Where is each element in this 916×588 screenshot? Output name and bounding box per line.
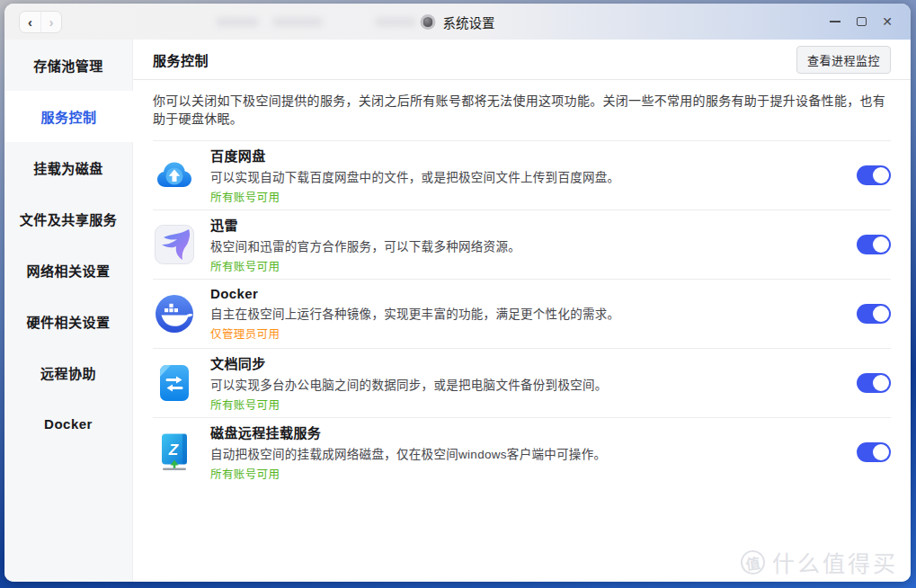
service-name: 文档同步 (210, 353, 857, 372)
service-availability-badge: 所有账号可用 (210, 188, 857, 205)
svg-text:Z: Z (168, 441, 179, 459)
settings-window: ‹ › 系统设置 ✕ 存储池管理 服务控制 挂载为磁盘 文件及共享服务 网络相关… (4, 4, 911, 582)
service-availability-badge: 所有账号可用 (210, 396, 857, 413)
service-list: 百度网盘 可以实现自动下载百度网盘中的文件，或是把极空间文件上传到百度网盘。 所… (153, 140, 891, 486)
forward-button[interactable]: › (40, 12, 61, 32)
disk-mount-icon: Z (153, 431, 196, 474)
service-info: 百度网盘 可以实现自动下载百度网盘中的文件，或是把极空间文件上传到百度网盘。 所… (210, 146, 857, 205)
toggle-knob (873, 236, 889, 253)
service-control-description: 你可以关闭如下极空间提供的服务，关闭之后所有账号都将无法使用这项功能。关闭一些不… (133, 80, 911, 140)
back-icon: ‹ (28, 14, 32, 30)
sidebar-item-docker[interactable]: Docker (4, 398, 132, 450)
service-toggle-baidu-netdisk[interactable] (857, 165, 891, 185)
sidebar-item-service-control[interactable]: 服务控制 (4, 91, 133, 142)
settings-sidebar: 存储池管理 服务控制 挂载为磁盘 文件及共享服务 网络相关设置 硬件相关设置 远… (4, 40, 133, 582)
service-description: 可以实现多台办公电脑之间的数据同步，或是把电脑文件备份到极空间。 (210, 375, 857, 393)
minimize-button[interactable] (826, 12, 844, 31)
sidebar-item-network-settings[interactable]: 网络相关设置 (4, 245, 132, 296)
service-toggle-doc-sync[interactable] (857, 373, 891, 393)
sidebar-item-file-sharing[interactable]: 文件及共享服务 (4, 193, 132, 245)
service-row-doc-sync: 文档同步 可以实现多台办公电脑之间的数据同步，或是把电脑文件备份到极空间。 所有… (153, 348, 891, 417)
title-bar: ‹ › 系统设置 ✕ (4, 4, 911, 40)
service-availability-badge: 所有账号可用 (210, 465, 857, 482)
maximize-icon (857, 17, 867, 26)
sidebar-item-storage-pool[interactable]: 存储池管理 (4, 40, 132, 91)
maximize-button[interactable] (852, 12, 870, 31)
sidebar-item-remote-assist[interactable]: 远程协助 (4, 347, 132, 398)
service-name: Docker (210, 286, 857, 301)
service-name: 百度网盘 (210, 146, 857, 165)
service-description: 极空间和迅雷的官方合作服务，可以下载多种网络资源。 (210, 236, 857, 254)
close-button[interactable]: ✕ (878, 12, 896, 31)
docker-whale-icon (153, 292, 196, 335)
service-row-baidu-netdisk: 百度网盘 可以实现自动下载百度网盘中的文件，或是把极空间文件上传到百度网盘。 所… (153, 140, 891, 209)
background-blur-blob (272, 17, 323, 27)
toggle-knob (873, 167, 889, 183)
toggle-knob (873, 444, 889, 460)
service-toggle-thunder[interactable] (857, 235, 891, 254)
service-toggle-docker[interactable] (857, 304, 891, 324)
service-name: 磁盘远程挂载服务 (210, 423, 857, 441)
service-toggle-disk-mount[interactable] (857, 442, 891, 462)
service-info: Docker 自主在极空间上运行各种镜像，实现更丰富的功能，满足更个性化的需求。… (210, 286, 857, 342)
service-info: 迅雷 极空间和迅雷的官方合作服务，可以下载多种网络资源。 所有账号可用 (210, 215, 857, 274)
doc-sync-icon (153, 361, 196, 405)
background-blur-blob (216, 17, 259, 27)
toggle-knob (873, 375, 889, 391)
service-row-docker: Docker 自主在极空间上运行各种镜像，实现更丰富的功能，满足更个性化的需求。… (153, 279, 891, 348)
nav-history-group: ‹ › (19, 11, 62, 33)
main-pane: 服务控制 查看进程监控 你可以关闭如下极空间提供的服务，关闭之后所有账号都将无法… (133, 40, 911, 582)
service-description: 可以实现自动下载百度网盘中的文件，或是把极空间文件上传到百度网盘。 (210, 167, 857, 185)
window-content: 存储池管理 服务控制 挂载为磁盘 文件及共享服务 网络相关设置 硬件相关设置 远… (4, 40, 911, 582)
forward-icon: › (49, 14, 54, 30)
toggle-knob (873, 306, 889, 322)
sidebar-item-mount-as-disk[interactable]: 挂载为磁盘 (4, 142, 132, 193)
service-availability-badge: 仅管理员可用 (210, 325, 857, 342)
page-title: 服务控制 (153, 50, 209, 69)
process-monitor-button[interactable]: 查看进程监控 (796, 46, 891, 74)
baidu-netdisk-icon (153, 154, 196, 197)
sidebar-item-hardware-settings[interactable]: 硬件相关设置 (4, 296, 132, 347)
window-controls: ✕ (826, 12, 896, 31)
service-row-disk-mount: Z 磁盘远程挂载服务 自动把极空间的挂载成网络磁盘，仅在极空间windows客户… (153, 417, 891, 486)
background-blur-blob (375, 17, 416, 27)
service-name: 迅雷 (210, 215, 857, 234)
close-icon: ✕ (882, 15, 893, 28)
main-header: 服务控制 查看进程监控 (133, 40, 911, 80)
minimize-icon (830, 21, 840, 22)
back-button[interactable]: ‹ (20, 12, 40, 32)
service-row-thunder: 迅雷 极空间和迅雷的官方合作服务，可以下载多种网络资源。 所有账号可用 (153, 209, 891, 279)
service-description: 自动把极空间的挂载成网络磁盘，仅在极空间windows客户端中可操作。 (210, 444, 857, 462)
service-info: 文档同步 可以实现多台办公电脑之间的数据同步，或是把电脑文件备份到极空间。 所有… (210, 353, 857, 413)
thunder-bird-icon (153, 223, 196, 266)
settings-gear-icon (421, 14, 436, 30)
service-info: 磁盘远程挂载服务 自动把极空间的挂载成网络磁盘，仅在极空间windows客户端中… (210, 423, 857, 482)
service-availability-badge: 所有账号可用 (210, 257, 857, 274)
window-title-group: 系统设置 (421, 4, 495, 40)
window-title: 系统设置 (443, 13, 495, 31)
service-description: 自主在极空间上运行各种镜像，实现更丰富的功能，满足更个性化的需求。 (210, 304, 857, 322)
